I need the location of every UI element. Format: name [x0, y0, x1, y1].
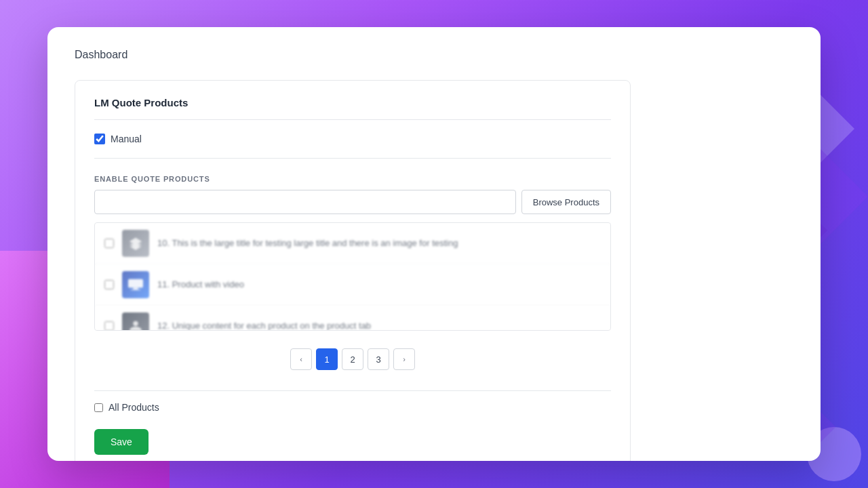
prev-page-button[interactable]: ‹ [290, 348, 312, 370]
svg-point-4 [133, 321, 138, 326]
all-products-row: All Products [94, 402, 611, 413]
product-name-11: 11. Product with video [157, 279, 244, 291]
divider [94, 390, 611, 391]
browse-products-button[interactable]: Browse Products [521, 190, 611, 214]
page-button-2[interactable]: 2 [342, 348, 363, 370]
dashboard-title: Dashboard [75, 49, 793, 61]
pagination: ‹ 1 2 3 › [94, 342, 611, 377]
product-thumb-img-12 [122, 312, 149, 331]
svg-rect-2 [133, 288, 138, 290]
manual-checkbox[interactable] [94, 134, 105, 144]
list-item: 10. This is the large title for testing … [95, 223, 610, 264]
list-item: 11. Product with video [95, 264, 610, 306]
products-list: 10. This is the large title for testing … [94, 222, 611, 331]
product-name-12: 12. Unique content for each product on t… [157, 320, 371, 331]
product-checkbox-11[interactable] [104, 280, 114, 289]
search-input[interactable] [94, 190, 516, 214]
main-card: Dashboard LM Quote Products Manual ENABL… [47, 27, 821, 461]
search-row: Browse Products [94, 190, 611, 214]
all-products-label[interactable]: All Products [108, 402, 159, 413]
svg-rect-1 [128, 279, 143, 288]
save-button[interactable]: Save [94, 429, 149, 455]
manual-checkbox-row: Manual [94, 134, 611, 159]
enable-quote-label: ENABLE QUOTE PRODUCTS [94, 175, 611, 183]
section-title: LM Quote Products [94, 97, 611, 120]
page-button-1[interactable]: 1 [316, 348, 338, 370]
page-button-3[interactable]: 3 [368, 348, 389, 370]
product-thumb-img-11 [122, 271, 149, 298]
product-thumb-11 [122, 271, 149, 298]
all-products-checkbox[interactable] [94, 403, 103, 412]
product-checkbox-12[interactable] [104, 321, 114, 331]
product-name-10: 10. This is the large title for testing … [157, 237, 458, 249]
svg-rect-3 [131, 289, 141, 290]
list-item: 12. Unique content for each product on t… [95, 306, 610, 331]
content-card: LM Quote Products Manual ENABLE QUOTE PR… [75, 80, 631, 461]
product-thumb-12 [122, 312, 149, 331]
manual-label[interactable]: Manual [111, 134, 142, 144]
product-thumb-10 [122, 230, 149, 257]
product-checkbox-10[interactable] [104, 239, 114, 248]
next-page-button[interactable]: › [393, 348, 415, 370]
product-thumb-img-10 [122, 230, 149, 257]
